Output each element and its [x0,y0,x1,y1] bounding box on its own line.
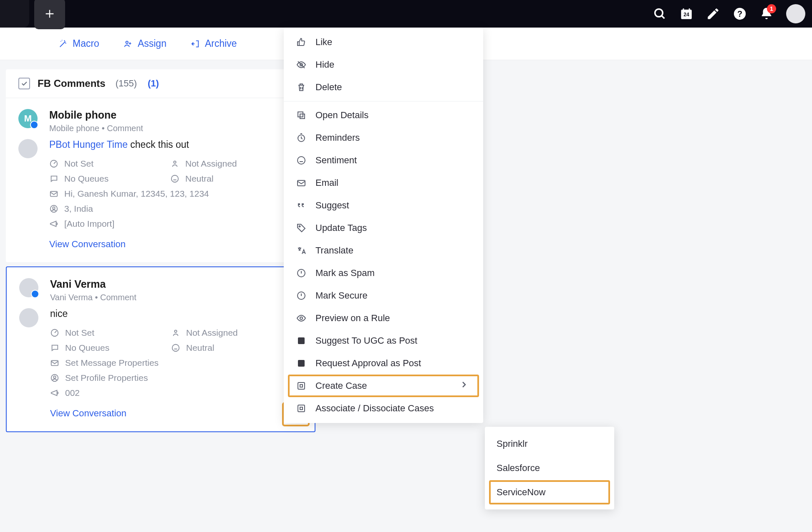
svg-point-5 [126,41,128,43]
author-avatar[interactable] [19,278,38,297]
eye-off-icon [296,60,306,70]
menu-update-tags[interactable]: Update Tags [284,217,483,239]
chevron-right-icon [459,380,469,392]
edit-button[interactable] [706,7,720,21]
menu-suggest-ugc[interactable]: Suggest To UGC as Post [284,329,483,352]
active-tab-stub[interactable] [0,0,29,28]
menu-preview-rule[interactable]: Preview on a Rule [284,307,483,329]
author-avatar[interactable]: M [18,109,38,128]
mention-link[interactable]: PBot Hunger Time [49,139,128,150]
archive-label: Archive [205,38,237,49]
priority-meta[interactable]: Not Set [49,159,170,169]
comment-card[interactable]: M Mobile phone Mobile phone • Comment PB… [6,98,315,262]
svg-rect-31 [298,383,305,389]
tag-icon [296,223,306,233]
menu-hide[interactable]: Hide [284,53,483,76]
panel-header: FB Comments (155) (1) [6,69,315,98]
fb-comments-panel: FB Comments (155) (1) M Mobile phone Mob… [6,69,315,262]
submenu-sprinklr[interactable]: Sprinklr [485,432,614,456]
mail-icon [296,178,306,188]
profile-avatar[interactable] [786,4,805,23]
view-conversation-link[interactable]: View Conversation [49,239,126,250]
notifications-button[interactable]: 1 [759,7,774,21]
create-case-submenu: Sprinklr Salesforce ServiceNow [485,427,614,509]
context-menu: Like Hide Delete Open Details Reminders … [284,28,483,423]
select-all-checkbox[interactable] [18,78,30,89]
priority-meta[interactable]: Not Set [50,328,171,338]
external-icon [296,110,306,120]
menu-mark-secure[interactable]: Mark Secure [284,284,483,307]
svg-point-11 [53,207,55,209]
submenu-salesforce[interactable]: Salesforce [485,456,614,480]
assigned-meta[interactable]: Not Assigned [171,328,302,338]
submenu-servicenow[interactable]: ServiceNow [489,480,610,504]
plus-icon [44,8,55,20]
panel-title: FB Comments [38,78,106,89]
queues-meta[interactable]: No Queues [50,343,171,353]
post-icon [296,358,306,368]
calendar-button[interactable]: 24 [679,7,693,21]
queues-meta[interactable]: No Queues [49,174,170,184]
svg-rect-22 [298,180,305,186]
chat-icon [49,174,58,183]
svg-rect-32 [298,405,305,412]
assign-icon [124,39,133,48]
gauge-icon [50,328,59,337]
menu-delete[interactable]: Delete [284,76,483,99]
case-icon [296,381,306,391]
envelope-icon [49,189,58,198]
assign-action[interactable]: Assign [124,38,166,49]
menu-associate-cases[interactable]: Associate / Dissociate Cases [284,397,483,420]
quote-icon [296,200,306,210]
face-neutral-icon [170,174,179,183]
comment-subline: Mobile phone • Comment [49,124,303,133]
page-avatar[interactable] [18,139,38,158]
menu-create-case[interactable]: Create Case [288,375,479,397]
menu-mark-spam[interactable]: Mark as Spam [284,262,483,284]
message-props-meta[interactable]: Set Message Properties [50,358,302,368]
search-button[interactable] [653,7,667,21]
comment-text: PBot Hunger Time check this out [49,139,303,150]
help-button[interactable]: ? [733,7,747,21]
eye-icon [296,313,306,323]
macro-label: Macro [73,38,99,49]
menu-open-details[interactable]: Open Details [284,104,483,127]
sentiment-meta[interactable]: Neutral [171,343,302,353]
panel-selected-count: (1) [148,78,159,89]
menu-reminders[interactable]: Reminders [284,127,483,149]
page-avatar[interactable] [19,308,38,327]
comment-author: Mobile phone [49,109,303,121]
new-tab-button[interactable] [34,0,65,29]
sentiment-meta[interactable]: Neutral [170,174,303,184]
menu-translate[interactable]: Translate [284,239,483,262]
face-neutral-icon [171,343,180,352]
comment-card-selected[interactable]: Vani Verma Vani Verma • Comment nice Not… [6,266,315,432]
thumbs-up-icon [296,37,306,47]
help-icon: ? [733,7,747,21]
profile-icon [49,204,58,213]
search-icon [653,7,667,21]
menu-sentiment[interactable]: Sentiment [284,149,483,172]
menu-like[interactable]: Like [284,31,483,53]
face-icon [296,155,306,165]
panel-count: (155) [116,78,137,89]
view-conversation-link[interactable]: View Conversation [50,408,126,419]
svg-point-7 [174,161,176,164]
assigned-meta[interactable]: Not Assigned [170,159,303,169]
chat-icon [50,343,59,352]
profile-props-meta[interactable]: 3, India [49,204,303,214]
profile-props-meta[interactable]: Set Profile Properties [50,373,302,383]
macro-action[interactable]: Macro [58,38,99,49]
svg-point-8 [171,175,179,182]
archive-action[interactable]: Archive [191,38,237,49]
menu-email[interactable]: Email [284,172,483,194]
top-nav: 24 ? 1 [0,0,812,28]
campaign-meta[interactable]: 002 [50,388,302,398]
comment-text: nice [50,308,302,319]
menu-request-approval[interactable]: Request Approval as Post [284,352,483,375]
message-props-meta[interactable]: Hi, Ganesh Kumar, 12345, 123, 1234 [49,189,303,199]
svg-point-21 [298,157,305,164]
menu-suggest[interactable]: Suggest [284,194,483,217]
campaign-meta[interactable]: [Auto Import] [49,219,303,229]
envelope-icon [50,358,59,367]
